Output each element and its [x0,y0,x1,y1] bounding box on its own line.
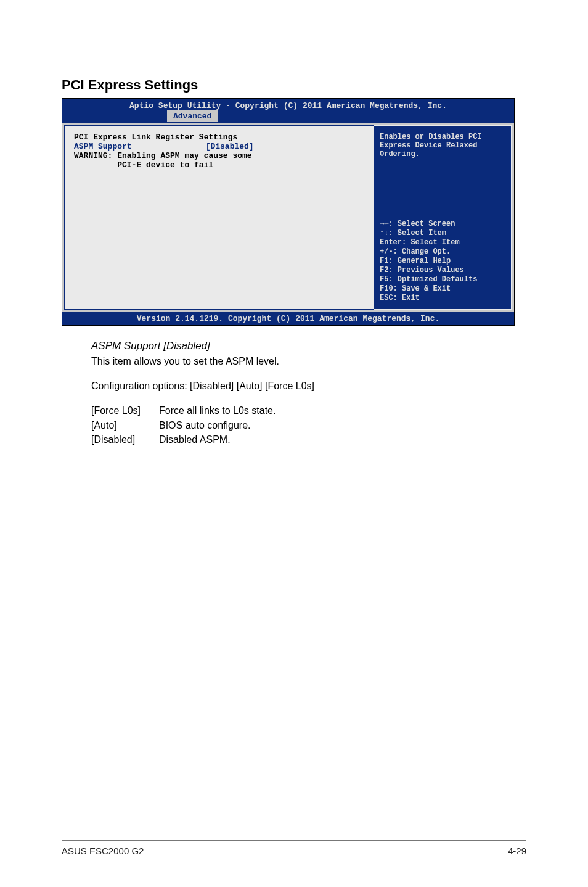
page-footer: ASUS ESC2000 G2 4-29 [62,840,526,856]
subsection-title: ASPM Support [Disabled] [91,339,486,353]
option-key: [Disabled] [91,432,159,447]
warning-line-1: WARNING: Enabling ASPM may cause some [74,151,252,160]
tab-advanced: Advanced [167,110,218,122]
bios-header: Aptio Setup Utility - Copyright (C) 2011… [62,99,514,110]
option-val: Disabled ASPM. [159,432,276,447]
help-line: Ordering. [380,150,505,159]
nav-line: ESC: Exit [380,294,505,303]
bios-screenshot: Aptio Setup Utility - Copyright (C) 2011… [62,98,515,326]
table-row: [Force L0s] Force all links to L0s state… [91,403,276,418]
config-options-line: Configuration options: [Disabled] [Auto]… [91,379,486,393]
section-title: PCI Express Settings [62,77,526,93]
left-heading: PCI Express Link Register Settings [74,133,237,142]
nav-line: F5: Optimized Defaults [380,275,505,284]
aspm-support-label: ASPM Support [74,142,132,151]
help-text: Enables or Disables PCI Express Device R… [380,133,505,159]
bios-left-pane: PCI Express Link Register Settings ASPM … [64,125,374,310]
aspm-support-value: [Disabled] [132,142,254,151]
nav-line: F10: Save & Exit [380,284,505,294]
bios-right-pane: Enables or Disables PCI Express Device R… [374,125,512,310]
subsection-desc: This item allows you to set the ASPM lev… [91,355,486,368]
option-val: BIOS auto configure. [159,418,276,433]
bios-footer: Version 2.14.1219. Copyright (C) 2011 Am… [62,312,514,325]
nav-line: F1: General Help [380,257,505,266]
help-line: Express Device Relaxed [380,141,505,150]
nav-line: Enter: Select Item [380,238,505,247]
footer-right: 4-29 [508,846,526,856]
nav-line: →←: Select Screen [380,220,505,229]
option-val: Force all links to L0s state. [159,403,276,418]
option-key: [Force L0s] [91,403,159,418]
nav-line: ↑↓: Select Item [380,229,505,238]
nav-line: +/-: Change Opt. [380,247,505,257]
bios-tab-row: Advanced [62,110,514,122]
footer-left: ASUS ESC2000 G2 [62,846,144,856]
option-key: [Auto] [91,418,159,433]
table-row: [Auto] BIOS auto configure. [91,418,276,433]
nav-help: →←: Select Screen ↑↓: Select Item Enter:… [380,220,505,303]
options-table: [Force L0s] Force all links to L0s state… [91,403,276,447]
help-line: Enables or Disables PCI [380,133,505,141]
table-row: [Disabled] Disabled ASPM. [91,432,276,447]
nav-line: F2: Previous Values [380,266,505,275]
warning-line-2: PCI-E device to fail [74,160,213,170]
